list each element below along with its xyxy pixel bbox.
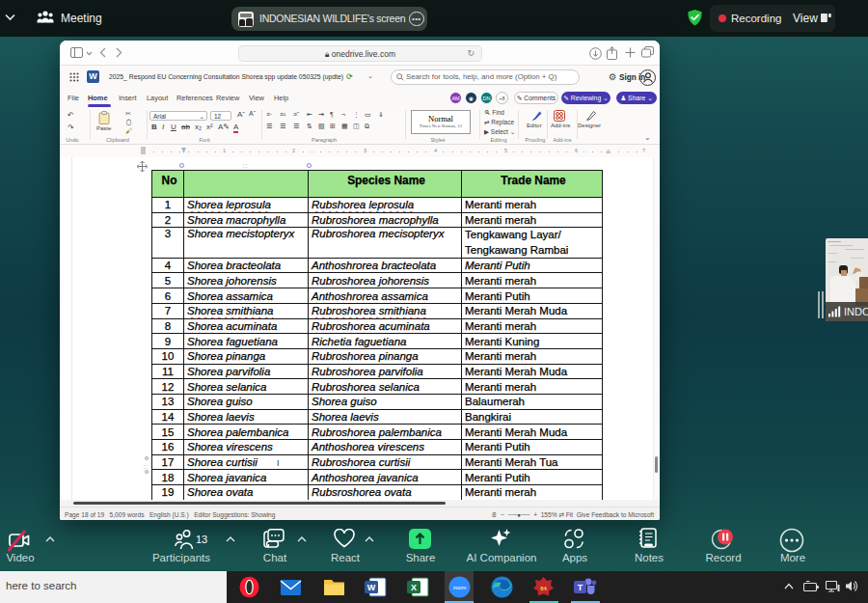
svg-text:W: W (367, 583, 376, 592)
svg-text:X: X (411, 583, 417, 592)
svg-text:zoom: zoom (453, 585, 467, 590)
svg-text:64: 64 (540, 586, 547, 591)
svg-text:T: T (578, 583, 583, 592)
